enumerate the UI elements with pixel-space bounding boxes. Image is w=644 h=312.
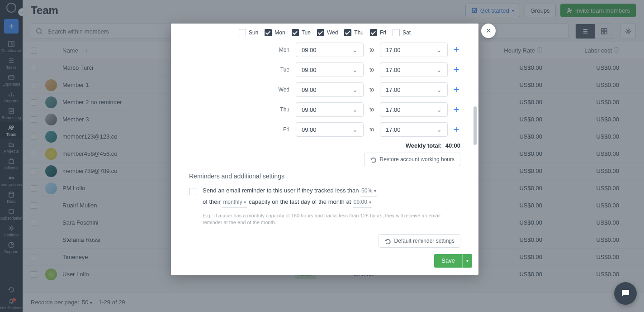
chevron-down-icon: ⌄: [436, 66, 442, 73]
day-label: Tue: [302, 29, 311, 36]
to-label: to: [368, 126, 375, 133]
day-checkbox-wed[interactable]: Wed: [317, 29, 338, 36]
day-label: Mon: [273, 47, 289, 53]
to-time-select[interactable]: 17:00⌄: [380, 82, 448, 97]
reminder-percent-select[interactable]: 50% ▾: [360, 186, 377, 197]
add-interval-button[interactable]: +: [452, 66, 460, 74]
day-label: Fri: [273, 126, 289, 133]
button-label: Restore account working hours: [380, 156, 455, 163]
from-time-select[interactable]: 09:00⌄: [296, 43, 364, 57]
hours-row-tue: Tue09:00⌄to17:00⌄+: [189, 62, 460, 77]
reminder-time-value: 09:00: [354, 197, 367, 207]
day-label: Tue: [273, 67, 289, 73]
day-label: Wed: [327, 29, 338, 36]
from-time-value: 09:00: [302, 86, 317, 93]
chevron-down-icon: ⌄: [352, 126, 358, 133]
undo-icon: [370, 156, 376, 163]
chat-fab-button[interactable]: [614, 282, 637, 305]
reminder-text-1: Send an email reminder to this user if t…: [203, 187, 359, 194]
day-checkbox-fri[interactable]: Fri: [370, 29, 386, 36]
day-label: Wed: [273, 86, 289, 93]
reminder-period-select[interactable]: monthly ▾: [222, 197, 247, 208]
weekly-total-value: 40:00: [445, 142, 460, 149]
reminder-note: E.g.: If a user has a monthly capacity o…: [203, 212, 460, 226]
chevron-down-icon: ⌄: [352, 106, 358, 113]
chevron-down-icon: ▾: [244, 198, 246, 206]
reminder-time-select[interactable]: 09:00 ▾: [353, 197, 372, 208]
checkbox-icon: [292, 29, 299, 36]
chevron-down-icon: ⌄: [352, 86, 358, 93]
chevron-down-icon: ▾: [374, 187, 376, 195]
from-time-select[interactable]: 09:00⌄: [296, 82, 364, 97]
chevron-down-icon: ⌄: [352, 46, 358, 53]
reminder-text-3: capacity on the last day of the month at: [249, 198, 351, 205]
button-label: Default reminder settings: [394, 238, 455, 244]
day-label: Fri: [380, 29, 386, 36]
day-checkbox-thu[interactable]: Thu: [344, 29, 364, 36]
day-checkbox-sat[interactable]: Sat: [393, 29, 411, 36]
checkbox-icon: [317, 29, 324, 36]
weekly-total-label: Weekly total:: [406, 142, 442, 149]
from-time-select[interactable]: 09:00⌄: [296, 62, 364, 77]
undo-icon: [384, 238, 391, 244]
day-label: Thu: [273, 106, 289, 113]
save-button[interactable]: Save ▾: [434, 254, 472, 268]
add-interval-button[interactable]: +: [452, 86, 460, 94]
to-time-value: 17:00: [386, 106, 401, 113]
chevron-down-icon: ⌄: [436, 106, 442, 113]
to-label: to: [368, 67, 375, 73]
to-label: to: [368, 106, 375, 113]
modal-close-button[interactable]: ✕: [481, 24, 496, 38]
chevron-down-icon: ▾: [369, 198, 371, 206]
reminders-section-title: Reminders and additional settings: [189, 173, 460, 180]
checkbox-icon: [370, 29, 377, 36]
checkbox-icon: [344, 29, 351, 36]
working-hours-modal: SunMonTueWedThuFriSat Mon09:00⌄to17:00⌄+…: [171, 24, 478, 275]
save-dropdown-toggle[interactable]: ▾: [462, 254, 472, 268]
from-time-select[interactable]: 09:00⌄: [296, 102, 364, 117]
chat-icon: [620, 288, 631, 299]
to-time-value: 17:00: [386, 47, 401, 53]
to-time-value: 17:00: [386, 126, 401, 133]
day-checkbox-mon[interactable]: Mon: [265, 29, 285, 36]
day-label: Thu: [354, 29, 364, 36]
hours-row-fri: Fri09:00⌄to17:00⌄+: [189, 122, 460, 137]
chevron-down-icon: ⌄: [436, 126, 442, 133]
to-time-select[interactable]: 17:00⌄: [380, 43, 448, 57]
to-time-select[interactable]: 17:00⌄: [380, 62, 448, 77]
day-label: Sun: [249, 29, 258, 36]
add-interval-button[interactable]: +: [452, 46, 460, 54]
reminder-text-2: of their: [203, 198, 221, 205]
to-time-value: 17:00: [386, 67, 401, 73]
day-label: Mon: [275, 29, 285, 36]
to-label: to: [368, 86, 375, 93]
day-checkbox-sun[interactable]: Sun: [239, 29, 258, 36]
chevron-down-icon: ⌄: [436, 46, 442, 53]
modal-scrollbar-thumb[interactable]: [474, 106, 477, 145]
days-of-week-row: SunMonTueWedThuFriSat: [189, 29, 460, 36]
from-time-value: 09:00: [302, 126, 317, 133]
day-label: Sat: [402, 29, 411, 36]
default-reminder-settings-button[interactable]: Default reminder settings: [379, 234, 460, 248]
chevron-down-icon: ⌄: [436, 86, 442, 93]
checkbox-icon: [265, 29, 272, 36]
to-label: to: [368, 47, 375, 53]
to-time-select[interactable]: 17:00⌄: [380, 102, 448, 117]
day-checkbox-tue[interactable]: Tue: [292, 29, 311, 36]
hours-row-wed: Wed09:00⌄to17:00⌄+: [189, 82, 460, 97]
checkbox-icon: [393, 29, 400, 36]
checkbox-icon: [239, 29, 246, 36]
add-interval-button[interactable]: +: [452, 125, 460, 134]
to-time-select[interactable]: 17:00⌄: [380, 122, 448, 137]
from-time-value: 09:00: [302, 67, 317, 73]
add-interval-button[interactable]: +: [452, 106, 460, 114]
hours-row-thu: Thu09:00⌄to17:00⌄+: [189, 102, 460, 117]
from-time-value: 09:00: [302, 47, 317, 53]
hours-row-mon: Mon09:00⌄to17:00⌄+: [189, 43, 460, 57]
from-time-select[interactable]: 09:00⌄: [296, 122, 364, 137]
chevron-down-icon: ⌄: [352, 66, 358, 73]
to-time-value: 17:00: [386, 86, 401, 93]
reminder-enable-checkbox[interactable]: [189, 188, 196, 195]
restore-working-hours-button[interactable]: Restore account working hours: [364, 153, 460, 166]
reminder-percent-value: 50%: [361, 186, 372, 196]
